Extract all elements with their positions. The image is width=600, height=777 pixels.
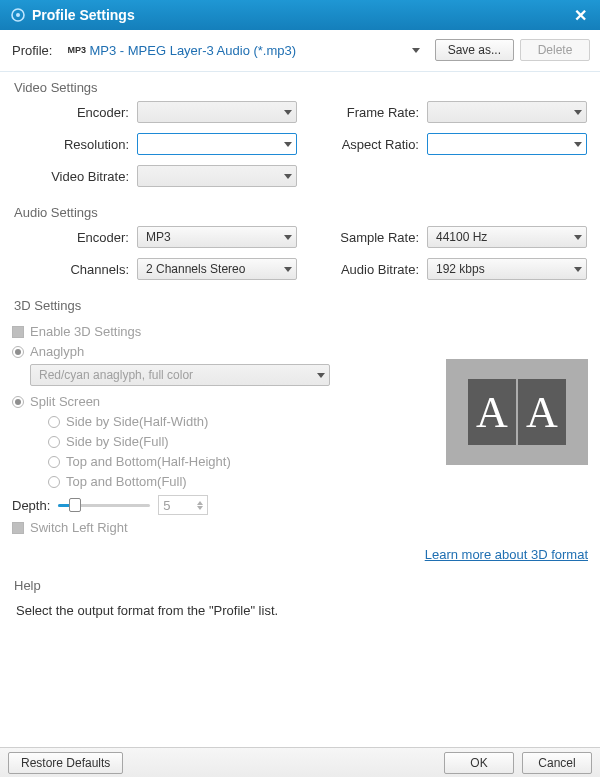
save-as-button[interactable]: Save as... [435,39,514,61]
depth-label: Depth: [12,498,50,513]
app-gear-icon [10,7,26,23]
radio-icon [48,436,60,448]
audio-bitrate-label: Audio Bitrate: [297,262,427,277]
cancel-button[interactable]: Cancel [522,752,592,774]
aspect-ratio-combo[interactable] [427,133,587,155]
profile-combo-value: MP3 - MPEG Layer-3 Audio (*.mp3) [89,43,407,58]
chevron-down-icon [574,267,582,272]
depth-spinbox: 5 [158,495,208,515]
3d-preview: A A [446,359,588,465]
radio-icon [48,416,60,428]
footer: Restore Defaults OK Cancel [0,747,600,777]
video-bitrate-combo[interactable] [137,165,297,187]
checkbox-icon [12,326,24,338]
ok-button-label: OK [470,756,487,770]
audio-settings-section: Audio Settings Encoder: MP3 Sample Rate:… [12,205,588,280]
frame-rate-label: Frame Rate: [297,105,427,120]
3d-settings-section: 3D Settings Enable 3D Settings Anaglyph … [12,298,588,560]
video-bitrate-label: Video Bitrate: [12,169,137,184]
video-encoder-label: Encoder: [12,105,137,120]
radio-icon [48,476,60,488]
audio-encoder-label: Encoder: [12,230,137,245]
cancel-button-label: Cancel [538,756,575,770]
chevron-down-icon [197,506,203,510]
switch-left-right-label: Switch Left Right [30,520,128,535]
3d-settings-legend: 3D Settings [14,298,81,313]
audio-bitrate-value: 192 kbps [436,262,570,276]
ok-button[interactable]: OK [444,752,514,774]
channels-label: Channels: [12,262,137,277]
profile-label: Profile: [12,43,52,58]
chevron-down-icon [284,267,292,272]
restore-defaults-button[interactable]: Restore Defaults [8,752,123,774]
audio-bitrate-combo[interactable]: 192 kbps [427,258,587,280]
3d-preview-left: A [468,379,516,445]
radio-icon [12,396,24,408]
anaglyph-type-value: Red/cyan anaglyph, full color [39,368,313,382]
restore-defaults-label: Restore Defaults [21,756,110,770]
audio-encoder-combo[interactable]: MP3 [137,226,297,248]
resolution-combo[interactable] [137,133,297,155]
chevron-down-icon [284,235,292,240]
chevron-down-icon [284,142,292,147]
chevron-up-icon [197,501,203,505]
svg-point-1 [16,13,20,17]
close-icon[interactable]: ✕ [570,6,590,25]
depth-slider[interactable] [58,499,150,511]
sbs-half-width-label: Side by Side(Half-Width) [66,414,208,429]
video-encoder-combo[interactable] [137,101,297,123]
channels-value: 2 Channels Stereo [146,262,280,276]
help-text: Select the output format from the "Profi… [16,603,584,618]
sbs-full-label: Side by Side(Full) [66,434,169,449]
audio-settings-legend: Audio Settings [14,205,98,220]
chevron-down-icon [574,142,582,147]
learn-more-3d-link[interactable]: Learn more about 3D format [425,547,588,562]
chevron-down-icon [574,110,582,115]
anaglyph-type-combo: Red/cyan anaglyph, full color [30,364,330,386]
save-as-button-label: Save as... [448,43,501,57]
channels-combo[interactable]: 2 Channels Stereo [137,258,297,280]
split-screen-label: Split Screen [30,394,100,409]
profile-combo[interactable]: MP3 MP3 - MPEG Layer-3 Audio (*.mp3) [60,39,428,61]
aspect-ratio-label: Aspect Ratio: [297,137,427,152]
chevron-down-icon [317,373,325,378]
3d-preview-right: A [518,379,566,445]
slider-thumb-icon[interactable] [69,498,81,512]
help-section: Help Select the output format from the "… [12,578,588,618]
switch-left-right-checkbox: Switch Left Right [12,520,588,535]
audio-encoder-value: MP3 [146,230,280,244]
spinbox-arrows [197,501,203,510]
enable-3d-checkbox[interactable]: Enable 3D Settings [12,324,588,339]
video-settings-section: Video Settings Encoder: Frame Rate: Reso… [12,80,588,187]
delete-button: Delete [520,39,590,61]
enable-3d-label: Enable 3D Settings [30,324,141,339]
tb-full-radio: Top and Bottom(Full) [48,474,588,489]
anaglyph-radio: Anaglyph [12,344,588,359]
title-bar: Profile Settings ✕ [0,0,600,30]
chevron-down-icon [284,110,292,115]
sample-rate-value: 44100 Hz [436,230,570,244]
mp3-file-icon: MP3 [67,45,83,55]
delete-button-label: Delete [538,43,573,57]
anaglyph-label: Anaglyph [30,344,84,359]
help-legend: Help [14,578,41,593]
video-settings-legend: Video Settings [14,80,98,95]
chevron-down-icon [574,235,582,240]
checkbox-icon [12,522,24,534]
sample-rate-label: Sample Rate: [297,230,427,245]
resolution-label: Resolution: [12,137,137,152]
radio-icon [48,456,60,468]
profile-row: Profile: MP3 MP3 - MPEG Layer-3 Audio (*… [0,30,600,72]
chevron-down-icon [284,174,292,179]
tb-full-label: Top and Bottom(Full) [66,474,187,489]
radio-icon [12,346,24,358]
title-text: Profile Settings [32,7,570,23]
sample-rate-combo[interactable]: 44100 Hz [427,226,587,248]
frame-rate-combo[interactable] [427,101,587,123]
chevron-down-icon [412,48,420,53]
tb-half-height-label: Top and Bottom(Half-Height) [66,454,231,469]
depth-value: 5 [163,498,170,513]
